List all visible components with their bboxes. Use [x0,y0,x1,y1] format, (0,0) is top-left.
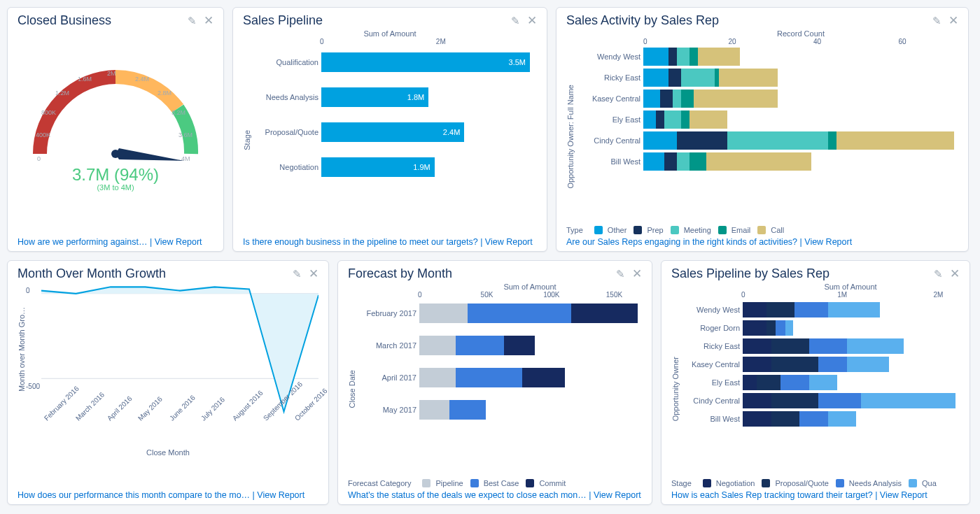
svg-point-1 [111,150,120,158]
bar-row: Roger Dorn [680,320,955,336]
x-axis-labels: February 2016March 2016April 2016May 201… [43,417,318,424]
bar-segment [828,302,880,317]
bar-segment [828,131,836,150]
bar-row: Kasey Central [575,90,954,108]
bar-segment [419,368,456,387]
y-axis-title: Opportunity Owner [671,357,680,421]
bar-segment [743,320,766,336]
edit-icon[interactable]: ✎ [934,269,943,279]
category-label: Proposal/Quote [251,128,321,136]
bar-segment [698,48,740,66]
close-icon[interactable]: ✕ [950,268,960,280]
close-icon[interactable]: ✕ [204,15,214,27]
bar-segment [681,110,690,129]
edit-icon[interactable]: ✎ [616,269,625,279]
bar-segment [861,393,955,408]
bar-row: Qualification3.5M [251,52,530,72]
view-report-link[interactable]: View Report [594,490,641,500]
category-label: Qualification [251,58,321,66]
close-icon[interactable]: ✕ [527,15,537,27]
bar-segment [743,302,766,317]
bar-segment [668,69,681,87]
card-question-link[interactable]: What's the status of the deals we expect… [348,490,587,500]
line-chart [41,283,318,415]
bar-segment [794,302,827,317]
card-closed-business: Closed Business ✎ ✕ 0 400K 800K 1.2M 1.6… [7,7,224,252]
bar-segment [847,357,890,372]
bar-segment [694,90,778,108]
bar-segment [766,320,776,336]
category-label: Wendy West [575,52,643,61]
bar-segment [456,368,522,387]
card-question-link[interactable]: How does our performance this month comp… [18,490,250,500]
bar-segment [660,90,673,108]
card-sales-pipeline: Sales Pipeline ✎ ✕ Sum of Amount 0 2M St… [232,7,547,252]
view-report-link[interactable]: View Report [485,237,533,247]
bar-row: Negotiation1.9M [251,157,530,177]
bar-value-label: 1.8M [407,93,424,101]
bar-segment [799,411,828,427]
bar-segment [419,336,456,355]
edit-icon[interactable]: ✎ [932,15,941,26]
close-icon[interactable]: ✕ [948,15,958,27]
view-report-link[interactable]: View Report [804,237,852,247]
bar-segment [809,375,838,390]
bar-row: February 2017 [356,304,638,323]
category-label: Cindy Central [680,397,743,405]
legend: Type Other Prep Meeting Email Call [566,226,958,234]
bar-segment [664,152,677,171]
bar-row: May 2017 [356,400,638,420]
bar-segment [681,90,694,108]
card-sales-activity: Sales Activity by Sales Rep ✎ ✕ Record C… [556,7,969,252]
bar-segment [743,338,771,354]
card-title: Sales Activity by Sales Rep [566,13,925,28]
x-axis-title: Close Month [18,448,318,457]
card-question-link[interactable]: Are our Sales Reps engaging in the right… [566,237,797,247]
bar-segment [776,320,785,336]
bar-row: Bill West [680,411,955,427]
view-report-link[interactable]: View Report [155,237,202,247]
y-axis-title: Month over Month Gro… [18,290,26,408]
bar-segment [818,357,847,372]
bar-segment [673,90,681,108]
bar-segment [719,69,778,87]
card-pipeline-rep: Sales Pipeline by Sales Rep ✎ ✕ Sum of A… [661,260,970,505]
bar-segment [677,152,690,171]
category-label: Kasey Central [680,360,743,369]
bar-segment [771,393,819,408]
edit-icon[interactable]: ✎ [293,269,302,279]
view-report-link[interactable]: View Report [880,490,927,500]
bar-segment [643,69,668,87]
category-label: May 2017 [356,406,419,414]
card-question-link[interactable]: How are we performing against… [18,237,148,247]
gauge-range: (3M to 4M) [18,183,214,192]
edit-icon[interactable]: ✎ [511,15,520,26]
bar-segment [780,375,809,390]
view-report-link[interactable]: View Report [257,490,304,500]
bar-segment [706,152,811,171]
y-axis-title: Stage [243,130,251,150]
bar-segment [743,411,771,427]
card-question-link[interactable]: How is each Sales Rep tracking toward th… [671,490,873,500]
x-axis-title: Sum of Amount [741,283,960,291]
bar-row: Ricky East [575,69,954,87]
bar-row: Ely East [575,110,954,129]
bar-segment [818,393,861,408]
bar-segment [456,336,504,355]
bar-segment [504,336,534,355]
bar-segment [847,338,904,354]
bar-segment [771,411,800,427]
edit-icon[interactable]: ✎ [188,15,197,26]
bar-segment [522,368,565,387]
close-icon[interactable]: ✕ [309,268,318,280]
bar-value-label: 2.4M [443,128,460,136]
category-label: Ely East [680,378,743,387]
gauge-chart: 0 400K 800K 1.2M 1.6M 2M 2.4M 2.8M 3.2M … [18,29,214,169]
bar-segment [643,131,677,150]
card-question-link[interactable]: Is there enough business in the pipeline… [243,237,478,247]
bar-value-label: 1.9M [413,163,430,171]
bar-segment [643,48,668,66]
bar-segment [690,152,706,171]
category-label: Ely East [575,115,643,124]
close-icon[interactable]: ✕ [632,268,642,280]
